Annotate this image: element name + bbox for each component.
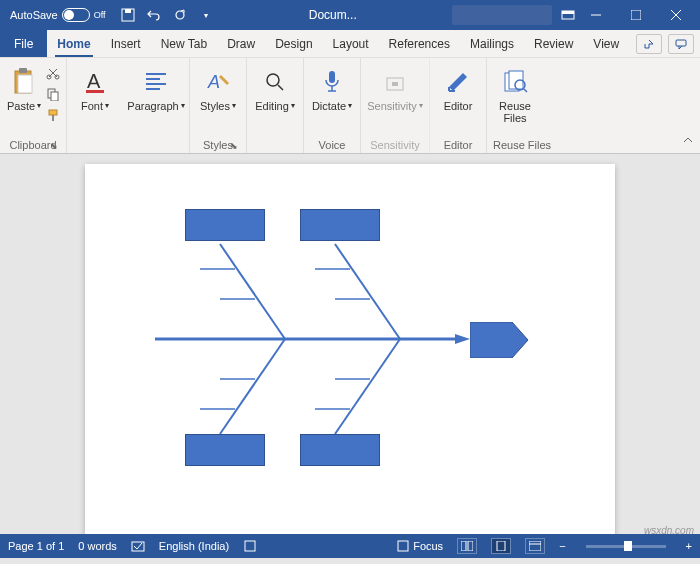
editor-group-label: Editor bbox=[436, 137, 480, 153]
search-box[interactable] bbox=[452, 5, 552, 25]
svg-text:A: A bbox=[87, 70, 101, 92]
share-button[interactable] bbox=[636, 34, 662, 54]
tab-layout[interactable]: Layout bbox=[323, 30, 379, 57]
focus-mode-button[interactable]: Focus bbox=[397, 540, 443, 552]
editor-icon bbox=[442, 66, 474, 98]
collapse-ribbon-icon[interactable] bbox=[682, 134, 694, 149]
font-button[interactable]: A Font▾ bbox=[73, 64, 117, 114]
reuse-files-button[interactable]: Reuse Files bbox=[493, 64, 537, 126]
tab-references[interactable]: References bbox=[379, 30, 460, 57]
document-page[interactable] bbox=[85, 164, 615, 534]
svg-line-44 bbox=[335, 339, 400, 434]
tab-newtab[interactable]: New Tab bbox=[151, 30, 217, 57]
tab-design[interactable]: Design bbox=[265, 30, 322, 57]
search-icon bbox=[259, 66, 291, 98]
web-layout-button[interactable] bbox=[525, 538, 545, 554]
tab-mailings[interactable]: Mailings bbox=[460, 30, 524, 57]
paragraph-icon bbox=[140, 66, 172, 98]
tab-home[interactable]: Home bbox=[47, 30, 100, 57]
editing-button[interactable]: Editing▾ bbox=[253, 64, 297, 114]
styles-launcher-icon[interactable]: ⬊ bbox=[230, 141, 238, 151]
dictate-button[interactable]: Dictate▾ bbox=[310, 64, 354, 114]
cause-box-bottom-2[interactable] bbox=[300, 434, 380, 466]
svg-rect-11 bbox=[19, 68, 27, 73]
word-count[interactable]: 0 words bbox=[78, 540, 117, 552]
svg-rect-17 bbox=[49, 110, 57, 115]
tab-insert[interactable]: Insert bbox=[101, 30, 151, 57]
paste-button[interactable]: Paste▾ bbox=[6, 64, 42, 114]
svg-rect-6 bbox=[631, 10, 641, 20]
cause-box-bottom-1[interactable] bbox=[185, 434, 265, 466]
toggle-switch[interactable] bbox=[62, 8, 90, 22]
status-bar: Page 1 of 1 0 words English (India) Focu… bbox=[0, 534, 700, 558]
document-title: Docum... bbox=[222, 8, 444, 22]
styles-button[interactable]: A Styles▾ bbox=[196, 64, 240, 114]
svg-line-41 bbox=[220, 244, 285, 339]
sensitivity-label: Sensitivity bbox=[367, 100, 417, 112]
svg-rect-56 bbox=[398, 541, 408, 551]
svg-rect-32 bbox=[392, 82, 398, 86]
svg-line-43 bbox=[220, 339, 285, 434]
qat-dropdown-icon[interactable]: ▾ bbox=[198, 7, 214, 23]
svg-text:A: A bbox=[207, 72, 220, 92]
save-icon[interactable] bbox=[120, 7, 136, 23]
cut-icon[interactable] bbox=[46, 66, 60, 83]
ribbon-display-icon[interactable] bbox=[560, 7, 576, 23]
effect-box[interactable] bbox=[470, 322, 530, 361]
copy-icon[interactable] bbox=[46, 87, 60, 104]
comments-button[interactable] bbox=[668, 34, 694, 54]
close-button[interactable] bbox=[656, 0, 696, 30]
svg-rect-1 bbox=[125, 9, 131, 13]
group-paragraph: Paragraph▾ bbox=[123, 58, 190, 153]
paragraph-button[interactable]: Paragraph▾ bbox=[129, 64, 183, 114]
autosave-toggle[interactable]: AutoSave Off bbox=[4, 8, 112, 22]
svg-line-27 bbox=[278, 85, 283, 90]
page-count[interactable]: Page 1 of 1 bbox=[8, 540, 64, 552]
read-mode-button[interactable] bbox=[457, 538, 477, 554]
format-painter-icon[interactable] bbox=[46, 108, 60, 125]
editor-button[interactable]: Editor bbox=[436, 64, 480, 114]
group-sensitivity: Sensitivity▾ Sensitivity bbox=[361, 58, 430, 153]
minimize-button[interactable] bbox=[576, 0, 616, 30]
paste-label: Paste bbox=[7, 100, 35, 112]
zoom-in-button[interactable]: + bbox=[686, 540, 692, 552]
svg-rect-4 bbox=[562, 11, 574, 14]
document-area[interactable] bbox=[0, 154, 700, 534]
tab-file[interactable]: File bbox=[0, 30, 47, 57]
editing-label: Editing bbox=[255, 100, 289, 112]
styles-icon: A bbox=[202, 66, 234, 98]
accessibility-icon[interactable] bbox=[243, 539, 257, 553]
print-layout-button[interactable] bbox=[491, 538, 511, 554]
svg-line-38 bbox=[524, 89, 527, 92]
redo-icon[interactable] bbox=[172, 7, 188, 23]
svg-rect-59 bbox=[497, 541, 505, 551]
tab-draw[interactable]: Draw bbox=[217, 30, 265, 57]
group-voice: Dictate▾ Voice bbox=[304, 58, 361, 153]
svg-rect-57 bbox=[461, 541, 466, 551]
sensitivity-group-label: Sensitivity bbox=[367, 137, 423, 153]
clipboard-launcher-icon[interactable]: ⬊ bbox=[50, 141, 58, 151]
sensitivity-icon bbox=[379, 66, 411, 98]
svg-line-42 bbox=[335, 244, 400, 339]
zoom-thumb[interactable] bbox=[624, 541, 632, 551]
window-controls bbox=[576, 0, 696, 30]
zoom-slider[interactable] bbox=[586, 545, 666, 548]
spell-check-icon[interactable] bbox=[131, 539, 145, 553]
ribbon-tabs: File Home Insert New Tab Draw Design Lay… bbox=[0, 30, 700, 58]
maximize-button[interactable] bbox=[616, 0, 656, 30]
cause-box-top-2[interactable] bbox=[300, 209, 380, 241]
zoom-out-button[interactable]: − bbox=[559, 540, 565, 552]
tab-view[interactable]: View bbox=[583, 30, 629, 57]
clipboard-icon bbox=[8, 66, 40, 98]
svg-rect-18 bbox=[52, 115, 54, 121]
tab-review[interactable]: Review bbox=[524, 30, 583, 57]
cause-box-top-1[interactable] bbox=[185, 209, 265, 241]
reuse-files-label: Reuse Files bbox=[499, 100, 531, 124]
language-status[interactable]: English (India) bbox=[159, 540, 229, 552]
reuse-files-icon bbox=[499, 66, 531, 98]
group-editing: Editing▾ bbox=[247, 58, 304, 153]
chevron-down-icon: ▾ bbox=[37, 102, 41, 111]
focus-label: Focus bbox=[413, 540, 443, 552]
group-reuse-files: Reuse Files Reuse Files bbox=[487, 58, 557, 153]
undo-icon[interactable] bbox=[146, 7, 162, 23]
